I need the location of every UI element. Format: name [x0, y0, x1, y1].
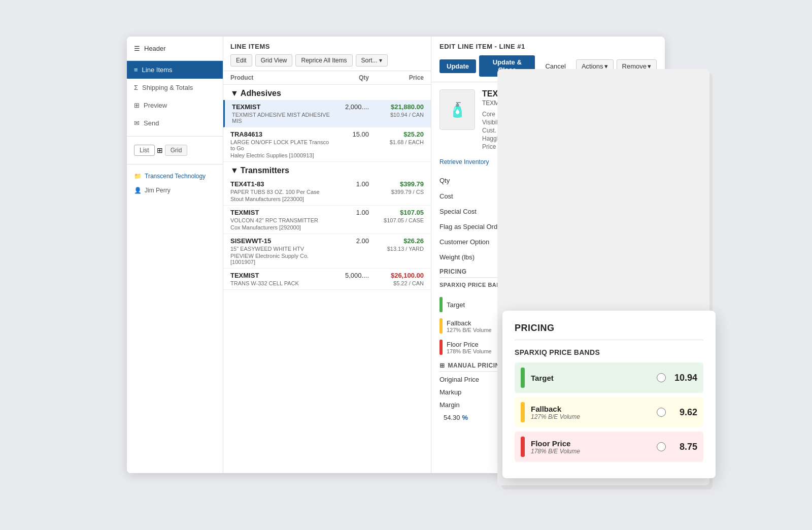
category-name: Transmitters: [241, 166, 289, 175]
sort-button[interactable]: Sort... ▾: [356, 54, 388, 67]
li-title: LINE ITEMS: [230, 43, 424, 50]
user-info: 👤 Jim Perry: [127, 184, 223, 197]
product-qty: 1.00: [332, 209, 373, 216]
price-col-header: Price: [373, 74, 424, 81]
product-code: TEX4T1-83: [230, 180, 332, 188]
product-price: $21,880.00: [373, 103, 424, 111]
line-items-panel: LINE ITEMS Edit Grid View Reprice All It…: [223, 37, 431, 473]
product-desc: PAPER TUBS 83 OZ. 100 Per Case: [230, 189, 332, 195]
product-unit-price: $1.68 / EACH: [373, 139, 424, 145]
popup-floor-label: Floor Price 178% B/E Volume: [531, 439, 651, 455]
product-unit-price: $10.94 / CAN: [373, 112, 424, 118]
sigma-icon: Σ: [134, 84, 138, 91]
popup-target-label: Target: [531, 374, 651, 382]
popup-fallback-color: [521, 402, 525, 422]
product-qty: 2,000....: [332, 103, 373, 111]
floor-band-color: [439, 340, 443, 355]
grid-view-button[interactable]: Grid View: [255, 54, 293, 67]
margin-unit: %: [462, 414, 468, 421]
product-unit-price: $5.22 / CAN: [373, 280, 424, 286]
edit-button[interactable]: Edit: [230, 54, 252, 67]
line-item-tra84613[interactable]: TRA84613 LARGE ON/OFF LOCK PLATE Transco…: [223, 127, 431, 162]
popup-divider: [515, 340, 703, 340]
category-adhesives[interactable]: ▼ Adhesives: [223, 85, 431, 100]
category-arrow: ▼: [230, 166, 239, 175]
li-body: ▼ Adhesives TEXMIST TEXMIST ADHESIVE MIS…: [223, 85, 431, 473]
product-qty: 2.00: [332, 237, 373, 245]
popup-target-price: 10.94: [672, 373, 697, 383]
popup-band-fallback[interactable]: Fallback 127% B/E Volume 9.62: [515, 397, 703, 427]
popup-target-color: [521, 368, 525, 388]
product-supplier: Haley Electric Supplies [1000913]: [230, 152, 332, 158]
product-desc: VOLCON 42" RPC TRANSMITTER: [230, 217, 332, 223]
sidebar-item-line-items[interactable]: ≡ Line Items: [127, 61, 223, 79]
sidebar-send-label: Send: [144, 119, 159, 127]
product-code: TEXMIST: [230, 272, 332, 279]
product-price: $25.20: [373, 130, 424, 138]
target-band-color: [439, 297, 443, 312]
user-icon: 👤: [134, 187, 142, 194]
chevron-down-icon: ▾: [379, 57, 382, 64]
category-arrow: ▼: [230, 89, 239, 98]
popup-floor-radio[interactable]: [657, 442, 666, 451]
product-supplier: Stout Manufacturers [223000]: [230, 196, 332, 202]
li-header: LINE ITEMS Edit Grid View Reprice All It…: [223, 37, 431, 71]
product-desc: TRANS W-332 CELL PACK: [230, 280, 332, 286]
product-code: TEXMIST: [232, 103, 332, 111]
popup-band-target[interactable]: Target 10.94: [515, 362, 703, 393]
edit-title: EDIT LINE ITEM - LINE #1: [439, 43, 657, 50]
grid-icon: ⊞: [157, 146, 163, 154]
line-item-sisewwt-15[interactable]: SISEWWT-15 15" EASYWEED WHITE HTV PIEVIE…: [223, 234, 431, 269]
product-supplier: PIEVIEW Electronic Supply Co. [1001907]: [230, 253, 332, 265]
line-item-tex4t1-83[interactable]: TEX4T1-83 PAPER TUBS 83 OZ. 100 Per Case…: [223, 177, 431, 206]
product-unit-price: $399.79 / CS: [373, 189, 424, 195]
sidebar-header-item[interactable]: ☰ Header: [127, 37, 223, 61]
popup-band-floor[interactable]: Floor Price 178% B/E Volume 8.75: [515, 432, 703, 462]
product-qty: 15.00: [332, 130, 373, 138]
line-item-texmist-3[interactable]: TEXMIST TRANS W-332 CELL PACK 5,000.... …: [223, 269, 431, 290]
product-price: $26,100.00: [373, 272, 424, 279]
product-supplier: Cox Manufacturers [292000]: [230, 224, 332, 230]
list-button[interactable]: List: [134, 145, 155, 156]
popup-floor-color: [521, 437, 525, 457]
product-qty: 1.00: [332, 180, 373, 188]
send-icon: ✉: [134, 119, 140, 127]
sidebar-item-shipping[interactable]: Σ Shipping & Totals: [127, 79, 223, 96]
folder-icon: 📁: [134, 173, 142, 180]
product-unit-price: $107.05 / CASE: [373, 217, 424, 223]
sidebar-item-send[interactable]: ✉ Send: [127, 114, 223, 132]
product-desc: LARGE ON/OFF LOCK PLATE Transco to Go: [230, 139, 332, 151]
line-item-texmist-2[interactable]: TEXMIST VOLCON 42" RPC TRANSMITTER Cox M…: [223, 206, 431, 234]
sidebar-line-items-label: Line Items: [142, 66, 173, 74]
popup-fallback-radio[interactable]: [657, 408, 666, 417]
li-table-header: Product Qty Price: [223, 71, 431, 85]
product-code: TRA84613: [230, 130, 332, 138]
sidebar: ☰ Header ≡ Line Items Σ Shipping & Total…: [127, 37, 223, 473]
grid-button[interactable]: Grid: [165, 145, 188, 156]
reprice-all-button[interactable]: Reprice All Items: [295, 54, 352, 67]
list-lines-icon: ≡: [134, 66, 138, 74]
category-transmitters[interactable]: ▼ Transmitters: [223, 162, 431, 177]
sidebar-preview-label: Preview: [144, 102, 167, 109]
preview-icon: ⊞: [134, 102, 140, 109]
sidebar-shipping-label: Shipping & Totals: [142, 84, 193, 91]
popup-target-radio[interactable]: [657, 373, 666, 382]
sidebar-item-preview[interactable]: ⊞ Preview: [127, 96, 223, 114]
category-name: Adhesives: [241, 89, 281, 98]
header-icon: ☰: [134, 45, 140, 52]
sort-label: Sort...: [361, 57, 378, 64]
popup-title: PRICING: [515, 323, 703, 334]
popup-fallback-price: 9.62: [672, 407, 697, 418]
product-qty: 5,000....: [332, 272, 373, 279]
company-link[interactable]: 📁 Transcend Technology: [127, 169, 223, 184]
list-grid-toggle: List ⊞ Grid: [127, 141, 223, 160]
popup-section-title: SPARXIQ PRICE BANDS: [515, 348, 703, 356]
product-code: SISEWWT-15: [230, 237, 332, 245]
product-price: $399.79: [373, 180, 424, 188]
product-image: 🧴: [439, 89, 475, 130]
line-item-texmist-1[interactable]: TEXMIST TEXMIST ADHESIVE MIST ADHESIVE M…: [223, 100, 431, 127]
update-button[interactable]: Update: [439, 59, 476, 73]
pricing-popup: PRICING SPARXIQ PRICE BANDS Target 10.94…: [502, 311, 716, 478]
popup-floor-price: 8.75: [672, 442, 697, 452]
li-toolbar: Edit Grid View Reprice All Items Sort...…: [230, 54, 424, 67]
